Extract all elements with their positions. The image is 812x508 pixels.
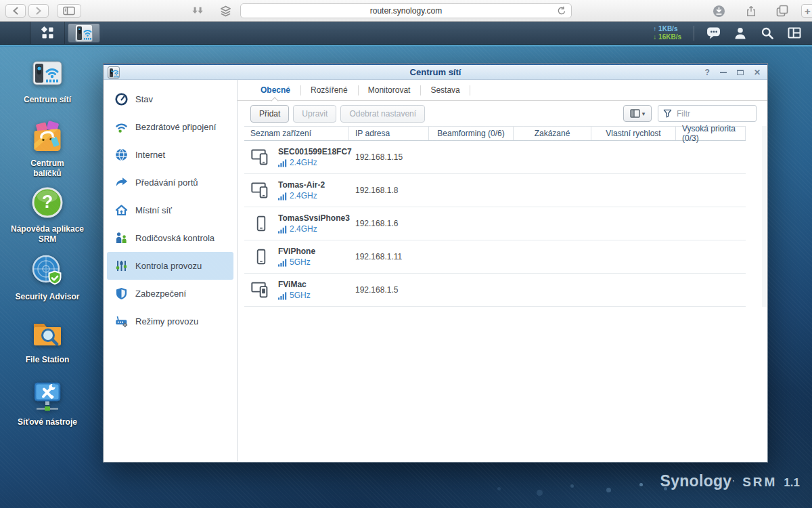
desktop-icon-package-center[interactable]: Centrum balíčků xyxy=(8,119,87,179)
desktop-icon-file-station[interactable]: File Station xyxy=(8,316,87,365)
sidebar-item-status[interactable]: Stav xyxy=(107,85,233,113)
column-header-ip[interactable]: IP adresa xyxy=(349,127,429,140)
device-name: FViMac xyxy=(278,280,311,290)
table-row[interactable]: FViMac 5GHz 192.168.1.5 xyxy=(244,274,746,307)
browser-downloads-button[interactable] xyxy=(708,4,729,18)
device-table: Seznam zařízení IP adresa Beamforming (0… xyxy=(244,126,746,307)
column-chooser-button[interactable]: ▾ xyxy=(623,105,652,122)
tab-general[interactable]: Obecné xyxy=(250,80,300,100)
table-row[interactable]: Tomas-Air-2 2.4GHz 192.168.1.8 xyxy=(244,174,746,207)
window-help-button[interactable]: ? xyxy=(705,68,710,77)
signal-bars-icon xyxy=(278,292,287,300)
device-ip: 192.168.1.5 xyxy=(349,285,429,295)
window-titlebar[interactable]: Centrum sítí ? ✕ xyxy=(104,64,767,80)
device-band-link[interactable]: 5GHz xyxy=(290,291,311,300)
sidebar-item-local-network[interactable]: Místní síť xyxy=(107,196,233,224)
tab-monitor[interactable]: Monitorovat xyxy=(358,80,421,100)
home-network-icon xyxy=(114,203,129,217)
chevron-right-icon xyxy=(35,7,42,15)
browser-tabs-button[interactable] xyxy=(771,4,793,18)
network-center-app-icon xyxy=(75,24,93,42)
sidebar-item-parental-control[interactable]: Rodičovská kontrola xyxy=(107,224,233,252)
reload-icon xyxy=(557,6,566,16)
browser-address-bar[interactable]: router.synology.com xyxy=(240,3,572,18)
sidebar-item-port-forwarding[interactable]: Předávání portů xyxy=(107,169,233,196)
srm-taskbar: ↑ 1KB/s ↓ 16KB/s xyxy=(0,22,812,45)
tab-advanced[interactable]: Rozšířené xyxy=(300,80,358,100)
desktop-icon-srm-help[interactable]: ? Nápověda aplikace SRM xyxy=(8,185,87,245)
desktop-icon-security-advisor[interactable]: Security Advisor xyxy=(8,253,87,302)
browser-downloads-list-button[interactable] xyxy=(187,4,208,18)
desktop-icon-label: Centrum balíčků xyxy=(22,158,73,179)
user-options-button[interactable] xyxy=(732,25,748,41)
search-button[interactable] xyxy=(759,25,775,41)
url-text: router.synology.com xyxy=(370,6,443,16)
browser-forward-button[interactable] xyxy=(28,4,49,18)
column-header-beamforming[interactable]: Beamforming (0/6) xyxy=(429,127,514,140)
column-header-high-priority[interactable]: Vysoká priorita (0/3) xyxy=(676,127,746,140)
device-band-link[interactable]: 5GHz xyxy=(290,258,311,267)
phone-icon xyxy=(250,247,272,266)
signal-bars-icon xyxy=(278,192,287,200)
column-header-banned[interactable]: Zakázané xyxy=(514,127,591,140)
desktop-icon-label: File Station xyxy=(8,355,87,365)
layers-icon xyxy=(220,5,231,17)
desktop-icon-network-center[interactable]: Centrum sítí xyxy=(8,56,87,105)
filter-input[interactable] xyxy=(675,108,751,119)
main-menu-button[interactable] xyxy=(31,22,65,44)
signal-bars-icon xyxy=(278,159,287,167)
sidebar-item-operation-modes[interactable]: Režimy provozu xyxy=(107,308,233,335)
device-name: Tomas-Air-2 xyxy=(278,180,325,190)
table-row[interactable]: TomasSvsiPhone3 2.4GHz 192.168.1.6 xyxy=(244,207,746,240)
table-row[interactable]: FViPhone 5GHz 192.168.1.11 xyxy=(244,240,746,274)
add-button[interactable]: Přidat xyxy=(250,105,289,123)
window-sidebar: Stav Bezdrátové připojení Internet xyxy=(104,80,238,461)
desktop-icon-network-tools[interactable]: Síťové nástroje xyxy=(8,378,87,427)
device-name: TomasSvsiPhone3 xyxy=(278,213,350,224)
tab-report[interactable]: Sestava xyxy=(420,80,470,100)
widgets-button[interactable] xyxy=(786,25,803,41)
sidebar-item-internet[interactable]: Internet xyxy=(107,141,233,169)
main-menu-icon xyxy=(41,26,55,40)
window-close-button[interactable]: ✕ xyxy=(754,68,761,77)
column-header-custom-speed[interactable]: Vlastní rychlost xyxy=(591,127,676,140)
upload-arrow-icon: ↑ xyxy=(653,25,656,33)
window-minimize-button[interactable] xyxy=(720,72,727,73)
browser-back-button[interactable] xyxy=(5,4,26,18)
sidebar-item-wireless[interactable]: Bezdrátové připojení xyxy=(107,113,233,141)
remove-settings-button[interactable]: Odebrat nastavení xyxy=(340,105,425,123)
window-content: Obecné Rozšířené Monitorovat Sestava xyxy=(238,80,767,461)
browser-tab-groups-button[interactable] xyxy=(215,4,235,18)
notifications-button[interactable] xyxy=(705,25,721,41)
srm-branding: Synology ’ SRM 1.1 xyxy=(660,472,800,490)
browser-new-tab-button[interactable]: + xyxy=(801,4,812,18)
widgets-icon xyxy=(788,26,801,39)
browser-sidebar-button[interactable] xyxy=(57,4,81,18)
window-maximize-button[interactable] xyxy=(737,70,744,75)
device-band-link[interactable]: 2.4GHz xyxy=(290,225,317,234)
device-ip: 192.168.1.6 xyxy=(349,219,429,228)
network-speed-widget[interactable]: ↑ 1KB/s ↓ 16KB/s xyxy=(653,25,681,41)
trademark-mark: ’ xyxy=(732,479,734,488)
sliders-icon xyxy=(114,259,129,273)
sidebar-item-traffic-control[interactable]: Kontrola provozu xyxy=(107,252,233,280)
sidebar-item-security[interactable]: Zabezpečení xyxy=(107,280,233,308)
user-icon xyxy=(734,26,747,40)
table-header: Seznam zařízení IP adresa Beamforming (0… xyxy=(244,126,746,141)
edit-button[interactable]: Upravit xyxy=(293,105,336,123)
table-row[interactable]: SEC001599E18FC7 2.4GHz 192.168.1.15 xyxy=(244,141,746,174)
device-band-link[interactable]: 2.4GHz xyxy=(290,158,317,167)
sidebar-item-label: Rodičovská kontrola xyxy=(135,233,215,243)
reload-button[interactable] xyxy=(557,6,566,16)
browser-share-button[interactable] xyxy=(740,4,762,18)
sidebar-item-label: Kontrola provozu xyxy=(135,261,202,271)
upload-speed: 1KB/s xyxy=(658,25,677,33)
filter-funnel-icon xyxy=(663,109,672,118)
taskbar-app-network-center[interactable] xyxy=(68,23,100,43)
scrollbar-gutter[interactable] xyxy=(762,126,767,307)
tab-label: Rozšířené xyxy=(311,85,348,95)
device-band-link[interactable]: 2.4GHz xyxy=(290,192,317,200)
taskbar-tray: ↑ 1KB/s ↓ 16KB/s xyxy=(653,22,812,44)
show-desktop-segment[interactable] xyxy=(0,22,30,44)
column-header-device-list[interactable]: Seznam zařízení xyxy=(244,127,349,140)
